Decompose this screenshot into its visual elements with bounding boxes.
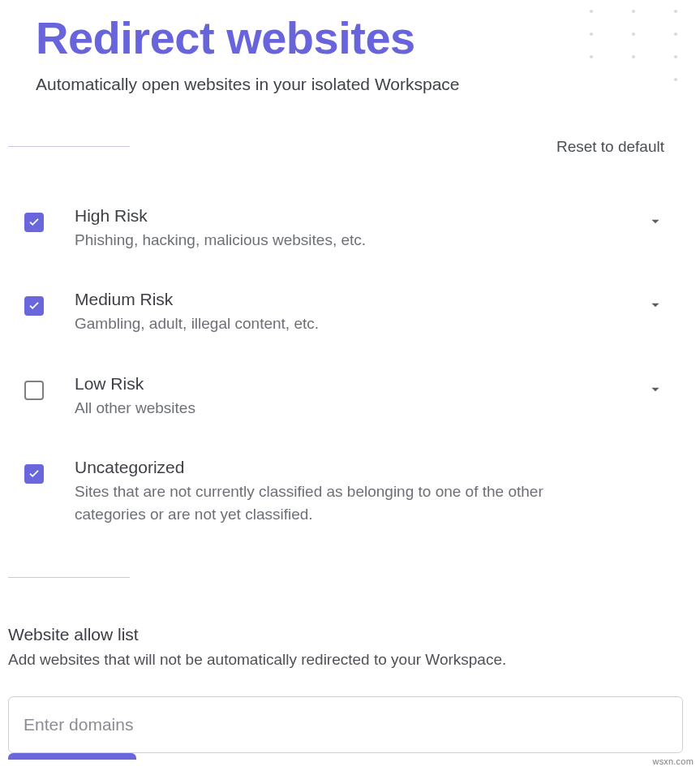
category-list: High Risk Phishing, hacking, malicious w… xyxy=(24,192,664,550)
category-low-risk: Low Risk All other websites xyxy=(24,360,664,444)
category-desc: All other websites xyxy=(75,397,616,420)
section-divider xyxy=(8,146,130,147)
category-title: Uncategorized xyxy=(75,458,616,477)
chevron-down-icon xyxy=(646,381,664,398)
page-subtitle: Automatically open websites in your isol… xyxy=(36,75,664,94)
chevron-down-icon xyxy=(646,213,664,230)
domain-input[interactable] xyxy=(24,715,668,734)
category-desc: Phishing, hacking, malicious websites, e… xyxy=(75,229,616,252)
watermark: wsxn.com xyxy=(651,756,696,766)
category-medium-risk: Medium Risk Gambling, adult, illegal con… xyxy=(24,275,664,360)
expand-low-risk[interactable] xyxy=(646,374,664,398)
checkbox-high-risk[interactable] xyxy=(24,213,44,232)
check-icon xyxy=(27,467,41,481)
expand-medium-risk[interactable] xyxy=(646,290,664,314)
allow-list-title: Website allow list xyxy=(8,625,664,644)
reset-to-default-button[interactable]: Reset to default xyxy=(556,133,664,161)
check-icon xyxy=(27,299,41,313)
page-title: Redirect websites xyxy=(36,13,664,63)
expand-high-risk[interactable] xyxy=(646,206,664,230)
category-uncategorized: Uncategorized Sites that are not current… xyxy=(24,443,664,549)
category-desc: Gambling, adult, illegal content, etc. xyxy=(75,312,616,335)
checkbox-uncategorized[interactable] xyxy=(24,464,44,484)
category-desc: Sites that are not currently classified … xyxy=(75,480,616,525)
check-icon xyxy=(27,215,41,230)
category-high-risk: High Risk Phishing, hacking, malicious w… xyxy=(24,192,664,276)
section-divider xyxy=(8,577,130,578)
allow-list-subtitle: Add websites that will not be automatica… xyxy=(8,651,664,669)
checkbox-medium-risk[interactable] xyxy=(24,296,44,316)
category-title: Low Risk xyxy=(75,374,616,394)
add-button[interactable] xyxy=(8,753,136,760)
domain-input-wrapper[interactable] xyxy=(8,696,683,753)
chevron-down-icon xyxy=(646,296,664,314)
category-title: High Risk xyxy=(75,206,616,226)
checkbox-low-risk[interactable] xyxy=(24,381,44,400)
category-title: Medium Risk xyxy=(75,290,616,309)
